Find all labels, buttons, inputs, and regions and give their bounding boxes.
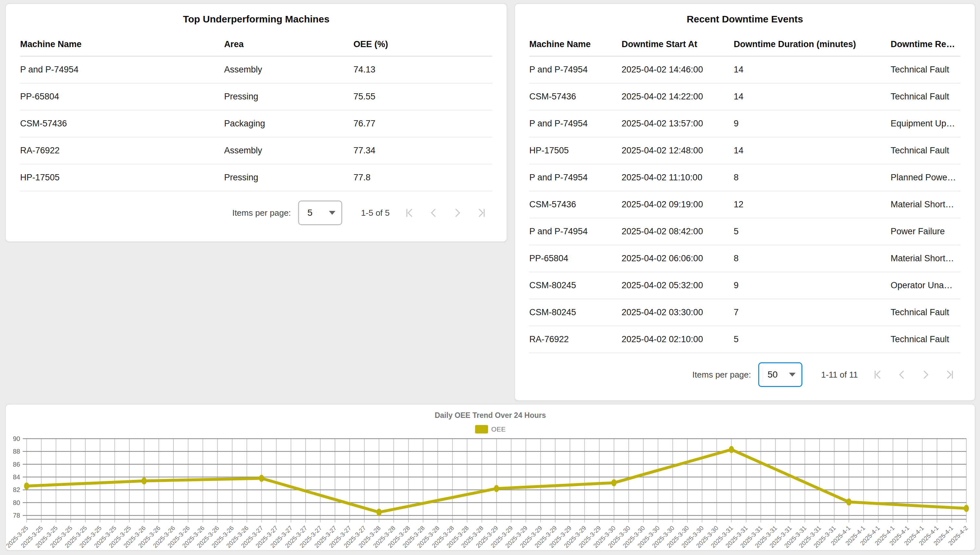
cell-machine-name: CSM-57436 <box>20 119 224 129</box>
column-header-machine-name: Machine Name <box>529 39 622 50</box>
data-point <box>376 508 382 516</box>
cell-downtime-duration: 5 <box>734 226 890 237</box>
next-page-button[interactable] <box>452 207 463 218</box>
cell-downtime-duration: 14 <box>734 146 890 156</box>
cell-downtime-duration: 9 <box>734 281 890 290</box>
last-page-button[interactable] <box>476 207 487 218</box>
cell-downtime-reason: Operator Unavailable <box>891 281 961 290</box>
downtime-table: Machine NameDowntime Start AtDowntime Du… <box>529 32 961 353</box>
paginator-nav <box>404 207 487 218</box>
cell-machine-name: CSM-57436 <box>529 199 622 210</box>
cell-machine-name: RA-76922 <box>529 334 622 345</box>
data-point <box>142 477 147 484</box>
oee-trend-card: Daily OEE Trend Over 24 Hours OEE 788082… <box>5 404 975 551</box>
cell-downtime-start: 2025-04-02 02:10:00 <box>622 334 734 345</box>
svg-text:84: 84 <box>13 473 20 481</box>
previous-page-button[interactable] <box>896 369 907 380</box>
table-row: P and P-749542025-04-02 08:42:005Power F… <box>529 218 961 245</box>
data-point <box>729 446 734 453</box>
cell-machine-name: CSM-57436 <box>529 91 622 102</box>
cell-machine-name: CSM-80245 <box>529 281 622 290</box>
cell-area: Packaging <box>224 119 353 129</box>
underperforming-table: Machine NameAreaOEE (%) P and P-74954Ass… <box>20 32 492 191</box>
table-row: CSM-802452025-04-02 05:32:009Operator Un… <box>529 272 961 299</box>
items-per-page-label: Items per page: <box>232 208 291 218</box>
cell-downtime-start: 2025-04-02 14:22:00 <box>622 91 734 102</box>
chevron-right-icon <box>921 369 931 380</box>
data-point <box>964 505 969 512</box>
cell-downtime-reason: Equipment Upgrades <box>891 119 961 129</box>
table-body: P and P-74954Assembly74.13PP-65804Pressi… <box>20 56 492 191</box>
table-row: CSM-574362025-04-02 09:19:0012Material S… <box>529 191 961 218</box>
cell-oee: 77.34 <box>353 146 492 156</box>
items-per-page-label: Items per page: <box>692 370 751 380</box>
cell-area: Pressing <box>224 91 353 102</box>
data-point <box>494 485 499 492</box>
column-header-machine-name: Machine Name <box>20 39 224 50</box>
first-page-button[interactable] <box>872 369 883 380</box>
first-page-button[interactable] <box>404 207 415 218</box>
column-header-downtime-reason: Downtime Reason <box>891 39 961 50</box>
table-row: RA-76922Assembly77.34 <box>20 138 492 164</box>
svg-text:78: 78 <box>13 512 20 519</box>
cell-downtime-duration: 8 <box>734 173 890 183</box>
cell-downtime-reason: Planned Power Outage <box>891 173 961 183</box>
cell-downtime-reason: Power Failure <box>891 226 961 237</box>
cell-downtime-duration: 14 <box>734 65 890 75</box>
cell-downtime-start: 2025-04-02 14:46:00 <box>622 65 734 75</box>
cell-downtime-start: 2025-04-02 08:42:00 <box>622 226 734 237</box>
svg-text:90: 90 <box>13 435 20 442</box>
items-per-page-value: 5 <box>307 208 313 218</box>
previous-page-button[interactable] <box>428 207 439 218</box>
column-header-downtime-start: Downtime Start At <box>622 39 734 50</box>
table-row: CSM-802452025-04-02 03:30:007Technical F… <box>529 299 961 326</box>
chevron-right-icon <box>452 208 463 218</box>
cell-downtime-start: 2025-04-02 05:32:00 <box>622 281 734 290</box>
chart-legend[interactable]: OEE <box>6 425 975 433</box>
cell-oee: 77.8 <box>353 173 492 183</box>
chevron-down-icon <box>789 373 796 377</box>
cell-downtime-duration: 14 <box>734 91 890 102</box>
cell-downtime-reason: Technical Fault <box>891 146 961 156</box>
cell-area: Assembly <box>224 65 353 75</box>
column-header-downtime-duration: Downtime Duration (minutes) <box>734 39 890 50</box>
last-page-button[interactable] <box>944 369 955 380</box>
next-page-button[interactable] <box>920 369 931 380</box>
cell-oee: 76.77 <box>353 119 492 129</box>
column-header-area: Area <box>224 39 353 50</box>
cell-area: Assembly <box>224 146 353 156</box>
legend-swatch <box>475 425 488 433</box>
first-page-icon <box>404 208 415 218</box>
data-point <box>259 475 264 482</box>
last-page-icon <box>945 369 955 380</box>
paginator-nav <box>872 369 955 380</box>
cell-downtime-start: 2025-04-02 12:48:00 <box>622 146 734 156</box>
svg-text:80: 80 <box>13 499 20 506</box>
items-per-page-value: 50 <box>767 369 778 380</box>
cell-downtime-duration: 8 <box>734 253 890 263</box>
cell-downtime-reason: Technical Fault <box>891 91 961 102</box>
cell-machine-name: P and P-74954 <box>529 226 622 237</box>
items-per-page-select[interactable]: 5 <box>298 201 342 225</box>
cell-downtime-reason: Material Shortage <box>891 199 961 210</box>
table-row: RA-769222025-04-02 02:10:005Technical Fa… <box>529 326 961 353</box>
chart-title: Daily OEE Trend Over 24 Hours <box>6 404 975 420</box>
cell-machine-name: RA-76922 <box>20 146 224 156</box>
cell-downtime-duration: 5 <box>734 334 890 345</box>
table-row: PP-658042025-04-02 06:06:008Material Sho… <box>529 245 961 272</box>
first-page-icon <box>873 369 883 380</box>
cell-machine-name: HP-17505 <box>529 146 622 156</box>
cell-machine-name: P and P-74954 <box>529 119 622 129</box>
cell-machine-name: CSM-80245 <box>529 307 622 318</box>
cell-downtime-start: 2025-04-02 11:10:00 <box>622 173 734 183</box>
items-per-page-select[interactable]: 50 <box>758 362 803 387</box>
chevron-left-icon <box>897 369 907 380</box>
cell-machine-name: P and P-74954 <box>529 173 622 183</box>
paginator: Items per page: 50 1-11 of 11 <box>515 362 955 387</box>
svg-text:88: 88 <box>13 448 20 455</box>
table-header-row: Machine NameDowntime Start AtDowntime Du… <box>529 32 961 56</box>
table-row: P and P-749542025-04-02 14:46:0014Techni… <box>529 56 961 83</box>
cell-machine-name: P and P-74954 <box>529 65 622 75</box>
downtime-events-card: Recent Downtime Events Machine NameDownt… <box>514 3 975 401</box>
cell-area: Pressing <box>224 173 353 183</box>
